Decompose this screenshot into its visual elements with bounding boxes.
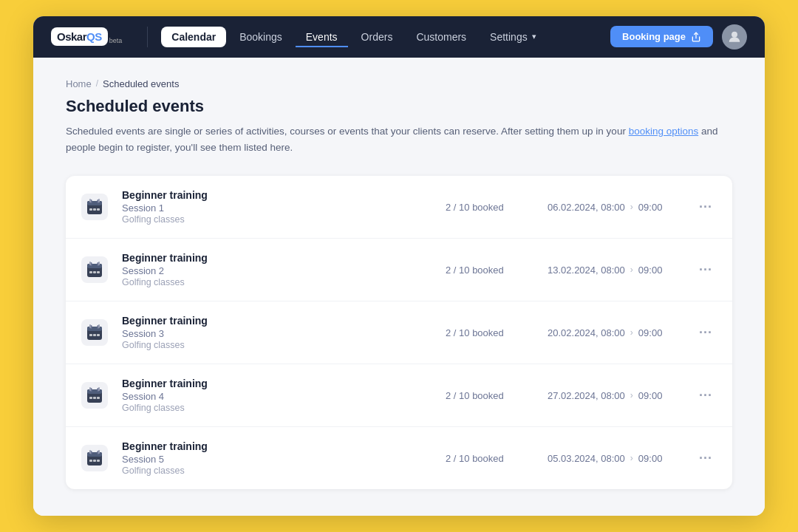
logo: OskarQS beta [51, 27, 122, 46]
event-name: Beginner training [122, 378, 432, 389]
logo-sub: beta [109, 37, 123, 44]
svg-rect-19 [89, 271, 92, 273]
svg-rect-30 [89, 334, 92, 336]
event-booking-count: 2 / 10 booked [446, 202, 534, 213]
event-end-time: 09:00 [638, 202, 663, 213]
event-name: Beginner training [122, 315, 432, 327]
nav-divider [147, 27, 148, 47]
svg-rect-9 [93, 208, 96, 211]
booking-options-link[interactable]: booking options [629, 126, 699, 137]
event-time: 06.02.2024, 08:00 › 09:00 [548, 202, 681, 213]
svg-rect-45 [98, 387, 100, 391]
svg-rect-22 [89, 262, 91, 265]
svg-rect-42 [93, 397, 96, 399]
event-info: Beginner training Session 5 Golfing clas… [122, 440, 432, 476]
svg-rect-10 [97, 208, 100, 211]
event-session: Session 5 [122, 454, 432, 465]
svg-rect-56 [98, 450, 100, 454]
event-category: Golfing classes [122, 340, 432, 350]
event-info: Beginner training Session 3 Golfing clas… [122, 315, 432, 350]
event-menu-button[interactable]: ··· [694, 258, 717, 282]
event-time: 13.02.2024, 08:00 › 09:00 [548, 265, 681, 276]
nav-events[interactable]: Events [296, 27, 348, 47]
event-row[interactable]: Beginner training Session 5 Golfing clas… [66, 427, 732, 489]
nav-orders[interactable]: Orders [351, 27, 403, 47]
event-session: Session 2 [122, 265, 432, 276]
breadcrumb: Home / Scheduled events [66, 78, 732, 89]
time-arrow-icon: › [630, 202, 633, 212]
event-category: Golfing classes [122, 277, 432, 287]
event-category: Golfing classes [122, 214, 432, 225]
nav-calendar[interactable]: Calendar [161, 27, 226, 47]
time-arrow-icon: › [630, 327, 633, 338]
event-calendar-icon [81, 256, 109, 284]
svg-rect-23 [98, 262, 100, 265]
svg-rect-34 [98, 324, 100, 328]
svg-rect-11 [89, 199, 91, 202]
event-date: 20.02.2024, 08:00 [548, 327, 625, 338]
svg-rect-41 [89, 397, 92, 399]
event-name: Beginner training [122, 440, 432, 452]
svg-rect-31 [93, 334, 96, 336]
svg-rect-44 [89, 387, 91, 391]
event-menu-button[interactable]: ··· [694, 446, 717, 470]
event-date: 27.02.2024, 08:00 [548, 390, 625, 401]
event-calendar-icon [81, 318, 109, 347]
nav-right: Booking page [610, 24, 747, 50]
event-end-time: 09:00 [638, 327, 663, 338]
event-calendar-icon [81, 381, 109, 409]
time-arrow-icon: › [630, 390, 633, 400]
event-name: Beginner training [122, 189, 432, 201]
event-booking-count: 2 / 10 booked [446, 390, 534, 401]
content-area: Home / Scheduled events Scheduled events… [33, 58, 765, 516]
event-row[interactable]: Beginner training Session 2 Golfing clas… [66, 239, 732, 301]
settings-chevron-icon: ▾ [532, 32, 536, 41]
logo-text: OskarQS [57, 30, 102, 43]
user-icon [727, 30, 742, 44]
event-row[interactable]: Beginner training Session 1 Golfing clas… [66, 176, 732, 239]
event-session: Session 3 [122, 328, 432, 339]
page-description: Scheduled events are single or series of… [66, 123, 732, 155]
nav-settings[interactable]: Settings ▾ [480, 27, 547, 47]
app-window: OskarQS beta Calendar Bookings Events Or… [33, 16, 765, 516]
svg-rect-52 [89, 460, 92, 462]
breadcrumb-separator: / [96, 78, 98, 89]
nav-customers[interactable]: Customers [406, 27, 477, 47]
page-title: Scheduled events [66, 97, 732, 116]
breadcrumb-current: Scheduled events [103, 78, 179, 89]
event-menu-button[interactable]: ··· [694, 383, 717, 407]
event-session: Session 1 [122, 202, 432, 214]
event-time: 20.02.2024, 08:00 › 09:00 [548, 327, 681, 338]
booking-page-button[interactable]: Booking page [610, 26, 713, 47]
event-calendar-icon [81, 444, 109, 472]
event-menu-button[interactable]: ··· [694, 195, 717, 219]
event-booking-count: 2 / 10 booked [446, 265, 534, 276]
svg-rect-33 [89, 324, 91, 328]
svg-rect-20 [93, 271, 96, 273]
svg-rect-53 [93, 460, 96, 462]
breadcrumb-home[interactable]: Home [66, 78, 92, 89]
event-end-time: 09:00 [638, 265, 663, 276]
svg-rect-8 [89, 208, 92, 211]
event-end-time: 09:00 [638, 453, 663, 464]
event-booking-count: 2 / 10 booked [446, 453, 534, 464]
svg-rect-21 [97, 271, 100, 273]
event-row[interactable]: Beginner training Session 4 Golfing clas… [66, 364, 732, 427]
event-date: 13.02.2024, 08:00 [548, 265, 625, 276]
svg-rect-32 [97, 334, 100, 336]
event-calendar-icon [81, 193, 109, 221]
event-row[interactable]: Beginner training Session 3 Golfing clas… [66, 301, 732, 364]
event-category: Golfing classes [122, 403, 432, 413]
event-date: 06.02.2024, 08:00 [548, 202, 625, 213]
svg-rect-12 [98, 199, 100, 202]
nav-bookings[interactable]: Bookings [229, 27, 293, 47]
event-info: Beginner training Session 4 Golfing clas… [122, 378, 432, 413]
event-session: Session 4 [122, 391, 432, 402]
event-menu-button[interactable]: ··· [694, 321, 717, 344]
event-time: 27.02.2024, 08:00 › 09:00 [548, 390, 681, 401]
nav-links: Calendar Bookings Events Orders Customer… [161, 27, 610, 47]
event-info: Beginner training Session 2 Golfing clas… [122, 252, 432, 287]
event-end-time: 09:00 [638, 390, 663, 401]
avatar[interactable] [722, 24, 747, 50]
time-arrow-icon: › [630, 453, 633, 463]
